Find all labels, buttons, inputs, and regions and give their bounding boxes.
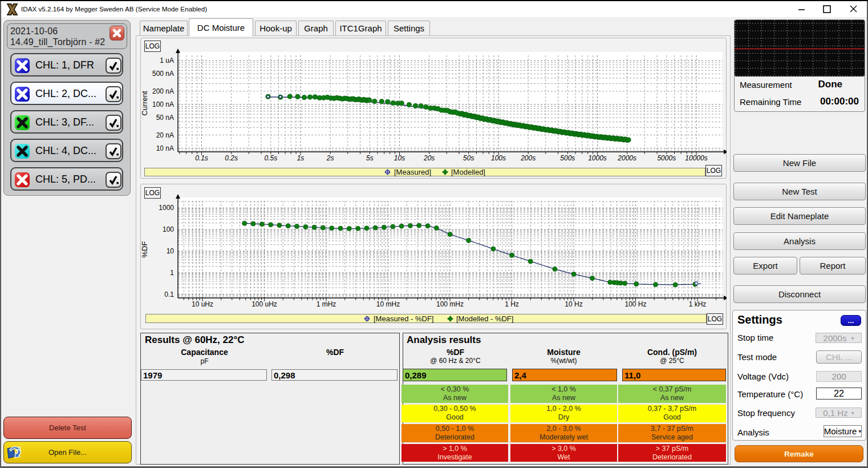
svg-text:5000s: 5000s <box>657 154 676 162</box>
svg-text:50s: 50s <box>463 154 474 162</box>
svg-text:1000: 1000 <box>159 204 174 212</box>
svg-text:10000s: 10000s <box>685 154 707 162</box>
svg-text:500s: 500s <box>560 154 575 162</box>
svg-text:100: 100 <box>163 225 174 233</box>
svg-text:1 mHz: 1 mHz <box>317 300 336 308</box>
svg-text:10 Hz: 10 Hz <box>565 300 582 308</box>
svg-text:0.2s: 0.2s <box>225 154 238 162</box>
svg-text:20 nA: 20 nA <box>156 131 174 139</box>
svg-text:100 mHz: 100 mHz <box>436 300 464 308</box>
svg-text:1s: 1s <box>297 154 305 162</box>
svg-text:100 uHz: 100 uHz <box>252 300 277 308</box>
svg-text:500 nA: 500 nA <box>152 70 174 78</box>
svg-text:1 Hz: 1 Hz <box>505 300 519 308</box>
svg-text:50 nA: 50 nA <box>156 114 174 122</box>
svg-text:%DF: %DF <box>140 241 149 257</box>
svg-text:1000s: 1000s <box>588 154 607 162</box>
svg-text:10 mHz: 10 mHz <box>376 300 400 308</box>
svg-text:0.1: 0.1 <box>164 291 174 298</box>
svg-text:200 nA: 200 nA <box>152 87 174 95</box>
svg-text:10: 10 <box>167 247 175 255</box>
svg-text:0.5s: 0.5s <box>264 154 277 162</box>
svg-text:1: 1 <box>170 269 174 277</box>
svg-text:5s: 5s <box>366 154 374 162</box>
svg-text:100 Hz: 100 Hz <box>624 300 646 308</box>
svg-text:2000s: 2000s <box>617 154 636 162</box>
svg-text:200s: 200s <box>520 154 536 162</box>
svg-text:100s: 100s <box>491 154 506 162</box>
svg-text:0.1s: 0.1s <box>195 154 208 162</box>
svg-text:100 nA: 100 nA <box>152 100 174 108</box>
svg-text:2s: 2s <box>326 154 334 162</box>
svg-text:20s: 20s <box>423 154 435 162</box>
svg-text:1 kHz: 1 kHz <box>689 300 707 308</box>
svg-text:10 nA: 10 nA <box>156 144 174 152</box>
svg-text:Current: Current <box>140 91 149 116</box>
svg-text:1 uA: 1 uA <box>160 57 174 64</box>
svg-text:10s: 10s <box>394 154 405 162</box>
svg-text:10 uHz: 10 uHz <box>192 300 213 308</box>
